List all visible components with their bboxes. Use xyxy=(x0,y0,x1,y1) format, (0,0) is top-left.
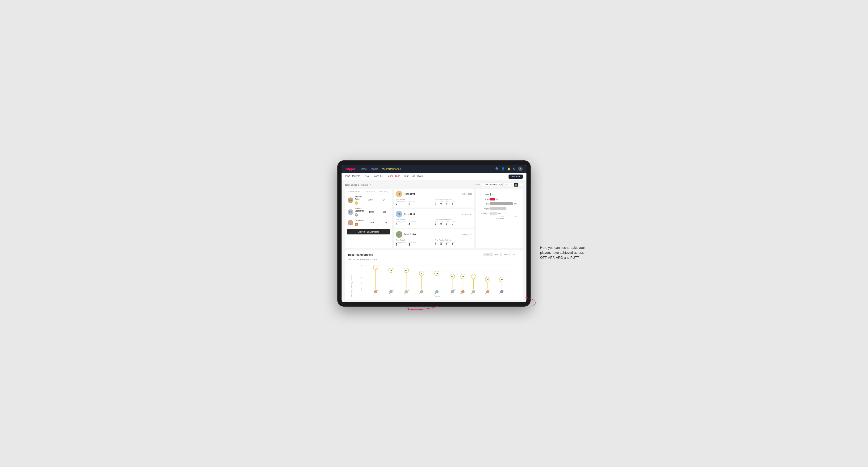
right-panel: Eagles 3 Birdies 96 xyxy=(476,189,523,248)
total-rounds-label: Total Rounds xyxy=(396,219,433,220)
streak-chart-svg: 8 6 4 2 0 7x E. Elwert xyxy=(354,263,520,294)
practice-activities-label: Total Practice Activities xyxy=(435,198,472,200)
add-team-button[interactable]: Add Team xyxy=(508,175,523,179)
svg-text:6x: 6x xyxy=(390,270,392,271)
avatar: C xyxy=(348,220,353,225)
streaks-subtitle: Off The Tee, Fairway Accuracy xyxy=(348,258,520,261)
bar-eagles xyxy=(490,193,491,196)
export-button[interactable]: ↓ xyxy=(519,183,523,187)
bar-row-double: D. Bogeys + 131 xyxy=(490,212,517,215)
grid-view-button[interactable]: ⊞ xyxy=(504,183,508,187)
settings-icon[interactable]: ⚙ xyxy=(513,167,516,170)
detail-view-button[interactable]: ▤ xyxy=(514,183,518,187)
svg-text:3x: 3x xyxy=(487,279,489,280)
svg-point-51 xyxy=(390,290,393,293)
bar-value-eagles: 3 xyxy=(492,194,493,195)
period-select[interactable]: Last 3 months xyxy=(481,183,503,187)
svg-text:6: 6 xyxy=(361,271,362,272)
streaks-filters: OTT APP ARG PUTT xyxy=(484,253,520,256)
bar-value-pars: 499 xyxy=(514,203,517,205)
svg-point-57 xyxy=(472,290,475,293)
streaks-title: Best Round Streaks xyxy=(348,253,373,256)
x-axis-200: 200 xyxy=(501,216,504,217)
table-row[interactable]: EC Edward Crossman 2 18/20 107 xyxy=(347,206,390,218)
streaks-section: Best Round Streaks OTT APP ARG PUTT Off … xyxy=(345,250,523,300)
putt-val: 1 xyxy=(452,243,456,246)
nav-my-performance[interactable]: My Performance xyxy=(382,167,401,170)
annotation: Here you can see streaks your players ha… xyxy=(540,245,587,260)
pb-avg: 103 xyxy=(379,221,391,224)
user-icon[interactable]: 👤 xyxy=(501,167,505,170)
list-view-button[interactable]: ≡ xyxy=(509,183,513,187)
app-val: 0 xyxy=(440,223,443,225)
svg-point-55 xyxy=(451,290,454,293)
total-rounds-label: Total Rounds xyxy=(396,239,433,241)
bar-double-bogeys xyxy=(490,212,497,215)
filter-app-button[interactable]: APP xyxy=(493,253,500,256)
arg-val: 0 xyxy=(446,223,449,225)
svg-text:5x: 5x xyxy=(436,273,438,274)
pb-avg: 110 xyxy=(377,199,389,201)
view-full-leaderboard-button[interactable]: View Full Leaderboard xyxy=(347,229,390,235)
search-icon[interactable]: 🔍 xyxy=(495,167,499,170)
filter-arg-button[interactable]: ARG xyxy=(501,253,510,256)
table-row[interactable]: C Cameron... 3 17/20 103 xyxy=(347,218,390,227)
sub-nav-pga[interactable]: PGA xyxy=(364,175,369,178)
arg-val: 0 xyxy=(446,203,449,205)
team-controls: Show Last 3 months ⊞ ≡ ▤ ↓ xyxy=(474,183,523,187)
player-info: C Cameron... 3 xyxy=(348,219,365,226)
streaks-header: Best Round Streaks OTT APP ARG PUTT xyxy=(348,253,520,256)
sub-nav-team-clippd[interactable]: Team Clippd xyxy=(387,175,400,178)
nav-teams[interactable]: Teams xyxy=(371,167,378,170)
sub-nav-all-players[interactable]: All Players xyxy=(412,175,423,178)
sub-nav-tour[interactable]: Tour xyxy=(404,175,408,178)
bar-label-birdies: Birdies xyxy=(478,198,490,200)
player-name: Cameron... xyxy=(355,219,365,221)
filter-putt-button[interactable]: PUTT xyxy=(511,253,520,256)
table-row[interactable]: RB Richard Butler 1 19/20 110 xyxy=(347,194,390,206)
avatar: EC xyxy=(348,209,353,215)
svg-text:7x: 7x xyxy=(375,267,377,268)
putt-val: 0 xyxy=(452,223,456,225)
show-label: Show xyxy=(474,184,480,186)
leaderboard-panel: PLAYER NAME PB SCORE PB AVG SQ RB xyxy=(345,189,392,248)
avatar[interactable]: R xyxy=(518,166,523,171)
svg-point-56 xyxy=(461,290,465,293)
bar-row-pars: Pars 499 xyxy=(490,203,517,205)
edit-icon[interactable]: ✏ xyxy=(370,184,371,186)
annotation-text: Here you can see streaks your players ha… xyxy=(540,245,587,260)
logo: clippd xyxy=(345,167,355,171)
sub-nav-hcaps[interactable]: Hcaps 1-5 xyxy=(373,175,383,178)
svg-text:5x: 5x xyxy=(421,273,423,274)
pb-avg: 107 xyxy=(379,211,390,213)
tournament-val: 7 xyxy=(396,203,406,206)
bar-value-birdies: 96 xyxy=(496,198,498,200)
bar-label-eagles: Eagles xyxy=(478,194,490,195)
filter-ott-button[interactable]: OTT xyxy=(484,253,492,256)
stats-grid: Total Rounds Tournament 8 Practice xyxy=(396,219,472,226)
practice-activities-label: Total Practice Activities xyxy=(435,219,472,220)
svg-text:4x: 4x xyxy=(462,276,464,277)
player-card-name: Rees Britt xyxy=(404,213,415,216)
player-card: RB Rees Britt 02 Sep 2023 Total Rounds T… xyxy=(394,209,474,228)
player-card-avatar: JC xyxy=(396,231,402,238)
sub-nav-pgat[interactable]: PGAT Players xyxy=(345,175,360,178)
player-card-name: Rees Britt xyxy=(404,193,415,195)
y-axis-label: Best Streak, Fairway Accuracy xyxy=(351,263,352,297)
player-name: Richard Butler xyxy=(355,195,363,200)
rank-badge: 1 xyxy=(355,201,358,205)
col-pb-avg: PB AVG SQ xyxy=(377,191,389,192)
leaderboard-header: PLAYER NAME PB SCORE PB AVG SQ xyxy=(347,191,390,193)
svg-point-58 xyxy=(486,290,489,293)
player-card-header: RB Rees Britt 02 Sep 2023 xyxy=(396,191,472,197)
bar-label-pars: Pars xyxy=(478,203,490,205)
svg-text:6x: 6x xyxy=(405,270,407,271)
bar-row-birdies: Birdies 96 xyxy=(490,198,517,200)
tablet-screen: clippd Home Teams My Performance 🔍 👤 🔔 ⚙… xyxy=(342,165,526,302)
rank-badge: 2 xyxy=(355,213,358,217)
arg-val: 0 xyxy=(446,243,449,246)
nav-home[interactable]: Home xyxy=(360,167,367,170)
player-name: Edward Crossman xyxy=(355,207,365,212)
svg-text:4: 4 xyxy=(361,276,362,278)
bell-icon[interactable]: 🔔 xyxy=(507,167,511,170)
